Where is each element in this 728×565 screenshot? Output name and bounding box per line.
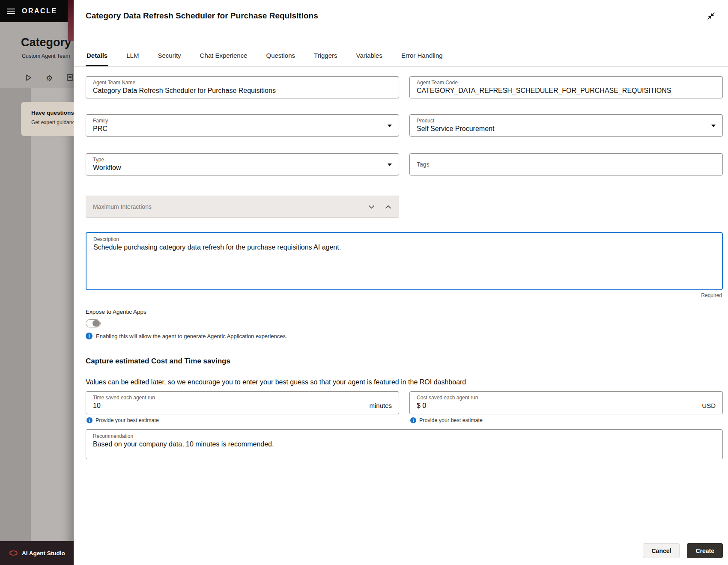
field-label: Agent Team Code <box>417 80 716 86</box>
tab-security[interactable]: Security <box>157 22 182 66</box>
type-select[interactable]: Type Workflow <box>86 153 399 175</box>
expose-info-row: i Enabling this will allow the agent to … <box>86 333 723 339</box>
background-page-title: Category <box>21 36 71 49</box>
agent-create-panel: Category Data Refresh Scheduler for Purc… <box>74 0 728 565</box>
background-app: ORACLE Category Custom Agent Team ⚙ Have… <box>0 0 74 565</box>
field-label: Maximum Interactions <box>93 203 152 210</box>
chevron-down-icon <box>711 125 716 127</box>
gear-icon: ⚙ <box>46 74 53 82</box>
tab-llm[interactable]: LLM <box>125 22 140 66</box>
description-textarea[interactable]: Description Schedule purchasing category… <box>86 232 723 290</box>
app-footer: AI Agent Studio <box>0 541 74 565</box>
oracle-o-icon <box>9 550 18 556</box>
chevron-down-icon <box>369 205 374 209</box>
tab-variables[interactable]: Variables <box>355 22 383 66</box>
background-page-subtitle: Custom Agent Team <box>22 53 70 59</box>
tags-input[interactable]: Tags <box>409 153 723 175</box>
field-label: Time saved each agent run <box>93 395 392 401</box>
tab-details[interactable]: Details <box>86 22 108 66</box>
chevron-up-icon <box>385 205 391 209</box>
field-value: CATEGORY_DATA_REFRESH_SCHEDULER_FOR_PURC… <box>417 87 716 95</box>
tab-triggers[interactable]: Triggers <box>313 22 338 66</box>
help-card: Have questions? Get expert guidance <box>21 102 74 136</box>
expose-toggle[interactable] <box>86 319 101 327</box>
field-value: Category Data Refresh Scheduler for Purc… <box>93 87 392 95</box>
agent-team-name-field[interactable]: Agent Team Name Category Data Refresh Sc… <box>86 76 399 98</box>
field-value: 10 <box>93 402 101 410</box>
field-value: Workflow <box>93 164 382 172</box>
background-toolbar: ⚙ <box>25 74 74 83</box>
oracle-logo: ORACLE <box>22 7 57 15</box>
collapse-icon <box>707 12 715 20</box>
toggle-knob <box>92 320 100 327</box>
app-footer-brand: AI Agent Studio <box>22 550 65 556</box>
field-label: Type <box>93 157 382 163</box>
clipboard-icon <box>66 74 74 83</box>
chevron-down-icon <box>388 164 392 166</box>
details-form: Agent Team Name Category Data Refresh Sc… <box>74 67 728 459</box>
field-label: Product <box>417 118 705 124</box>
field-value: $ 0 <box>417 402 426 410</box>
panel-tabs: Details LLM Security Chat Experience Que… <box>74 22 728 67</box>
tab-questions[interactable]: Questions <box>265 22 296 66</box>
product-select[interactable]: Product Self Service Procurement <box>409 114 723 137</box>
cost-saved-input[interactable]: Cost saved each agent run $ 0 USD <box>409 391 723 414</box>
expose-info-text: Enabling this will allow the agent to ge… <box>96 333 287 339</box>
global-header: ORACLE <box>0 0 74 22</box>
panel-header: Category Data Refresh Scheduler for Purc… <box>74 0 728 22</box>
field-label: Tags <box>417 161 430 168</box>
banner-art <box>68 0 74 41</box>
stepper-controls <box>369 196 391 217</box>
field-value: Schedule purchasing category data refres… <box>93 244 715 251</box>
cost-saved-hint: i Provide your best estimate <box>409 417 723 423</box>
expose-to-agentic-apps-label: Expose to Agentic Apps <box>86 309 723 315</box>
background-canvas-right <box>31 88 74 541</box>
savings-heading: Capture estimated Cost and Time savings <box>86 357 723 366</box>
info-icon: i <box>87 417 92 423</box>
create-button[interactable]: Create <box>687 543 723 558</box>
unit-suffix: USD <box>702 402 716 409</box>
play-icon <box>25 74 32 83</box>
field-label: Family <box>93 118 382 124</box>
collapse-panel-button[interactable] <box>707 12 715 22</box>
help-card-subtitle: Get expert guidance <box>31 119 73 125</box>
field-value: Self Service Procurement <box>417 125 705 133</box>
hamburger-menu-icon <box>7 9 15 14</box>
tab-chat-experience[interactable]: Chat Experience <box>199 22 248 66</box>
field-value: PRC <box>93 125 382 133</box>
tab-error-handling[interactable]: Error Handling <box>400 22 444 66</box>
field-label: Recommendation <box>93 433 716 439</box>
chevron-down-icon <box>388 125 392 127</box>
panel-title: Category Data Refresh Scheduler for Purc… <box>86 11 318 21</box>
unit-suffix: minutes <box>369 402 392 409</box>
required-hint: Required <box>86 292 723 298</box>
info-icon: i <box>410 417 416 423</box>
cost-saved-column: Cost saved each agent run $ 0 USD i Prov… <box>409 391 723 423</box>
time-saved-hint: i Provide your best estimate <box>86 417 399 423</box>
agent-team-code-field[interactable]: Agent Team Code CATEGORY_DATA_REFRESH_SC… <box>409 76 723 98</box>
background-canvas-left <box>0 88 31 541</box>
savings-subtext: Values can be edited later, so we encour… <box>86 378 723 386</box>
field-value: Based on your company data, 10 minutes i… <box>93 440 716 448</box>
time-saved-input[interactable]: Time saved each agent run 10 minutes <box>86 391 399 414</box>
field-label: Description <box>93 236 715 242</box>
maximum-interactions-stepper: Maximum Interactions <box>86 196 399 218</box>
field-label: Cost saved each agent run <box>417 395 716 401</box>
cancel-button[interactable]: Cancel <box>643 543 680 558</box>
field-label: Agent Team Name <box>93 80 392 86</box>
family-select[interactable]: Family PRC <box>86 114 399 137</box>
help-card-title: Have questions? <box>31 110 73 116</box>
time-saved-column: Time saved each agent run 10 minutes i P… <box>86 391 399 423</box>
recommendation-box: Recommendation Based on your company dat… <box>86 429 723 459</box>
panel-footer: Cancel Create <box>643 543 723 558</box>
info-icon: i <box>86 333 92 339</box>
